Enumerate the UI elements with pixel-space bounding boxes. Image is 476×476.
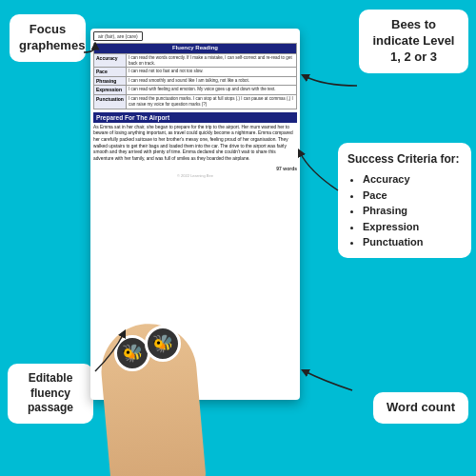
focus-graphemes-bubble: Focus graphemes xyxy=(10,14,86,62)
focus-graphemes-label: Focus graphemes xyxy=(19,22,85,52)
row-label-pace: Pace xyxy=(94,68,127,77)
row-label-punctuation: Punctuation xyxy=(94,94,127,109)
criteria-accuracy: Accuracy xyxy=(363,171,462,188)
editable-passage-label: Editable fluency passage xyxy=(28,371,73,414)
passage-text: As Emma sat in her chair, she began to p… xyxy=(90,123,300,165)
row-label-phrasing: Phrasing xyxy=(94,76,127,86)
bees-level-bubble: Bees to indicate Level 1, 2 or 3 xyxy=(359,10,468,73)
criteria-punctuation: Punctuation xyxy=(363,234,462,250)
row-content-expression: I can read with feeling and emotion. My … xyxy=(126,86,296,95)
doc-footer: © 2022 Learning Bee xyxy=(90,172,300,179)
criteria-phrasing: Phrasing xyxy=(363,203,462,219)
bee-right: 🐝 xyxy=(145,326,181,362)
main-container: Focus graphemes Bees to indicate Level 1… xyxy=(0,0,476,476)
doc-tag: air (fair), are (care) xyxy=(93,31,143,41)
word-count-bubble: Word count xyxy=(373,392,468,424)
word-count-label: Word count xyxy=(387,400,455,414)
criteria-expression: Expression xyxy=(363,219,462,235)
row-label-accuracy: Accuracy xyxy=(94,53,127,68)
row-label-expression: Expression xyxy=(94,86,127,95)
success-criteria-list: Accuracy Pace Phrasing Expression Punctu… xyxy=(347,171,462,250)
row-content-pace: I can read not too fast and not too slow… xyxy=(126,68,296,77)
row-content-phrasing: I can read smoothly and sound like I am … xyxy=(126,76,296,86)
fluency-table: Fluency Reading Accuracy I can read the … xyxy=(93,43,297,109)
passage-title: Prepared For The Airport xyxy=(93,112,297,123)
row-content-punctuation: I can read the punctuation marks. I can … xyxy=(126,94,296,109)
success-criteria-title: Success Criteria for: xyxy=(347,150,462,168)
row-content-accuracy: I can read the words correctly. If I mak… xyxy=(126,53,296,68)
bees-level-label: Bees to indicate Level 1, 2 or 3 xyxy=(373,17,455,64)
fluency-table-header: Fluency Reading xyxy=(94,44,297,54)
success-criteria-bubble: Success Criteria for: Accuracy Pace Phra… xyxy=(338,143,471,258)
word-count-value: 97 words xyxy=(90,165,300,172)
hand-overlay: 🐝 🐝 xyxy=(76,286,267,476)
criteria-pace: Pace xyxy=(363,188,462,204)
